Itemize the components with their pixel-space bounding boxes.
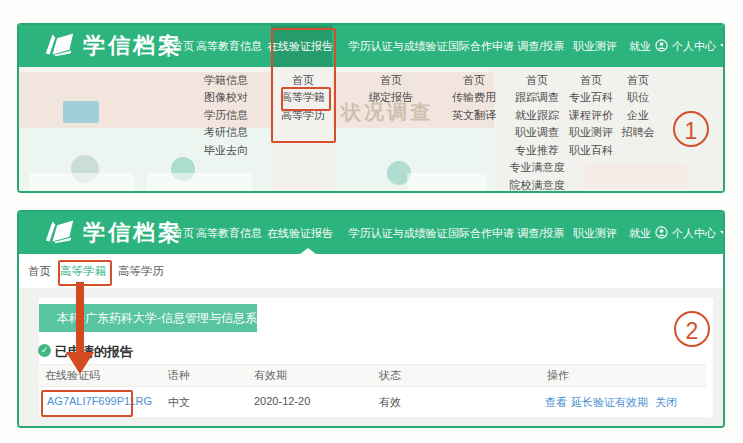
menu-item[interactable]: 传输费用 [452, 90, 496, 104]
menu-item[interactable]: 图像校对 [204, 90, 248, 104]
nav-item-international[interactable]: 国际合作申请 [448, 212, 514, 254]
user-menu[interactable]: 个人中心 [655, 25, 725, 67]
person-circle-icon [655, 39, 668, 54]
subnav-item-home[interactable]: 首页 [28, 254, 51, 288]
logo-icon [43, 217, 77, 249]
col-header-actions: 操作 [547, 368, 569, 383]
cell-language: 中文 [168, 395, 190, 410]
nav-item-home[interactable]: 首页 [172, 212, 194, 254]
menu-item[interactable]: 毕业去向 [204, 143, 248, 157]
step-badge-1: 1 [673, 111, 709, 147]
col-header-language: 语种 [168, 368, 190, 383]
header-bar: 学信档案 首页 高等教育信息 在线验证报告 学历认证与成绩验证 国际合作申请 调… [19, 212, 723, 254]
annotation-box-higher-enrollment [281, 87, 331, 111]
menu-item[interactable]: 学籍信息 [204, 73, 248, 87]
menu-item[interactable]: 首页 [580, 73, 602, 87]
menu-item[interactable]: 职业调查 [515, 125, 559, 139]
annotation-box-online-verification [271, 28, 336, 143]
student-record-banner: 本科-广东药科大学-信息管理与信息系统 [39, 304, 257, 332]
annotation-arrow-shaft [76, 282, 84, 353]
nav-item-higher-education[interactable]: 高等教育信息 [196, 212, 262, 254]
user-menu-label: 个人中心 [672, 226, 716, 241]
menu-item[interactable]: 职位 [627, 90, 649, 104]
subnav-item-higher-degree[interactable]: 高等学历 [118, 254, 164, 288]
nav-item-credential-verification[interactable]: 学历认证与成绩验证 [349, 25, 448, 67]
menu-item[interactable]: 职业百科 [569, 143, 613, 157]
background-card [29, 173, 134, 191]
step-badge-2: 2 [674, 311, 710, 347]
action-view-link[interactable]: 查看 [545, 395, 567, 410]
logo-icon [43, 30, 77, 62]
check-circle-icon: ✓ [38, 344, 51, 357]
menu-item[interactable]: 首页 [463, 73, 485, 87]
background-card [147, 173, 252, 191]
menu-item[interactable]: 企业 [627, 108, 649, 122]
menu-item[interactable]: 院校满意度 [510, 178, 565, 191]
user-menu-label: 个人中心 [672, 39, 716, 54]
annotation-box-subnav [58, 260, 112, 286]
background-card [583, 163, 688, 189]
menu-item[interactable]: 专业百科 [569, 90, 613, 104]
menu-item[interactable]: 就业跟踪 [515, 108, 559, 122]
menu-item[interactable]: 绑定报告 [369, 90, 413, 104]
nav-item-career-test[interactable]: 职业测评 [573, 212, 617, 254]
menu-item[interactable]: 学历信息 [204, 108, 248, 122]
nav-item-home[interactable]: 首页 [172, 25, 194, 67]
row-divider [39, 417, 706, 418]
action-extend-link[interactable]: 延长验证有效期 [571, 395, 648, 410]
user-menu[interactable]: 个人中心 [655, 212, 725, 254]
logo[interactable]: 学信档案 [43, 32, 183, 60]
background-card-thumb [63, 101, 99, 123]
cell-expiry: 2020-12-20 [254, 395, 310, 407]
menu-item[interactable]: 课程评价 [569, 108, 613, 122]
panel-step2: 学信档案 首页 高等教育信息 在线验证报告 学历认证与成绩验证 国际合作申请 调… [17, 210, 725, 428]
menu-item[interactable]: 职业测评 [569, 125, 613, 139]
nav-item-survey[interactable]: 调查/投票 [517, 212, 564, 254]
panel-step1: 学信档案 首页 高等教育信息 在线验证报告 学历认证与成绩验证 国际合作申请 调… [17, 23, 725, 193]
action-close-link[interactable]: 关闭 [655, 395, 677, 410]
logo[interactable]: 学信档案 [43, 219, 183, 247]
nav-item-career-test[interactable]: 职业测评 [573, 25, 617, 67]
nav-item-online-verification[interactable]: 在线验证报告 [267, 212, 333, 254]
menu-item[interactable]: 首页 [380, 73, 402, 87]
nav-item-credential-verification[interactable]: 学历认证与成绩验证 [349, 212, 448, 254]
person-circle-icon [655, 226, 668, 241]
nav-item-international[interactable]: 国际合作申请 [448, 25, 514, 67]
menu-item[interactable]: 首页 [627, 73, 649, 87]
nav-item-employment[interactable]: 就业 [629, 25, 651, 67]
col-header-status: 状态 [379, 368, 401, 383]
menu-item[interactable]: 专业推荐 [515, 143, 559, 157]
chevron-down-icon [720, 231, 725, 235]
table-header-row [39, 364, 706, 387]
nav-item-survey[interactable]: 调查/投票 [517, 25, 564, 67]
menu-item[interactable]: 考研信息 [204, 125, 248, 139]
nav-item-employment[interactable]: 就业 [629, 212, 651, 254]
menu-item[interactable]: 跟踪调查 [515, 90, 559, 104]
cell-status: 有效 [379, 395, 401, 410]
header-bar: 学信档案 首页 高等教育信息 在线验证报告 学历认证与成绩验证 国际合作申请 调… [19, 25, 723, 67]
col-header-expiry: 有效期 [254, 368, 287, 383]
brand-name: 学信档案 [83, 31, 183, 61]
menu-item[interactable]: 专业满意度 [510, 160, 565, 174]
menu-item[interactable]: 首页 [526, 73, 548, 87]
annotation-arrow-head [66, 352, 94, 374]
chevron-down-icon [720, 44, 725, 48]
sub-navigation: 首页 高等学籍 高等学历 [19, 254, 723, 289]
background-card [407, 173, 487, 191]
menu-item[interactable]: 招聘会 [622, 125, 655, 139]
menu-item[interactable]: 英文翻译 [452, 108, 496, 122]
brand-name: 学信档案 [83, 218, 183, 248]
mega-dropdown-menu: 状况调查 学籍信息 图像校对 学历信息 考研信息 毕业去向 首页 高等学籍 高等… [19, 67, 723, 191]
annotation-box-code [41, 390, 133, 417]
nav-item-higher-education[interactable]: 高等教育信息 [196, 25, 262, 67]
